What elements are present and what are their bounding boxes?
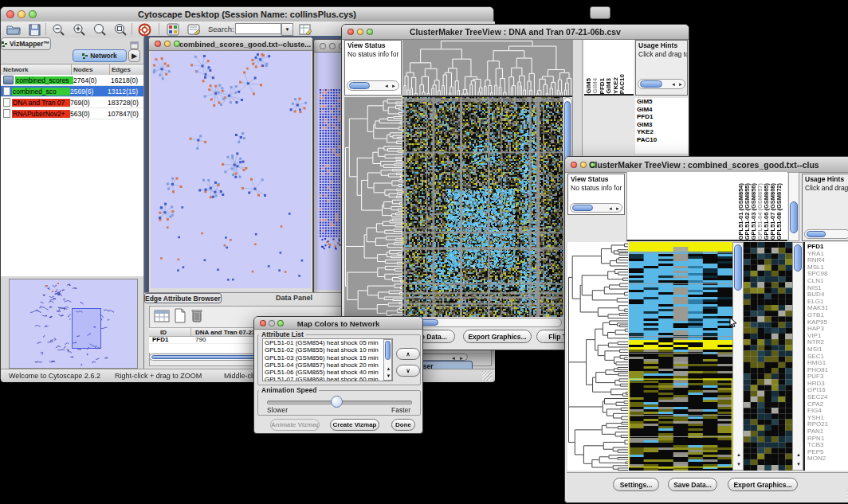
search-input[interactable] <box>235 23 281 34</box>
tv2-genes-vscrollbar[interactable]: ▲ ▼ <box>792 242 803 471</box>
tv2-status-hscrollbar[interactable]: ◄ ► <box>570 203 622 213</box>
tv2-hints-hscrollbar[interactable] <box>804 229 848 239</box>
scrollbar-thumb[interactable] <box>794 244 802 272</box>
tv2-heatmap-vscrollbar[interactable]: ▲ ▼ <box>732 242 744 471</box>
network-overview[interactable] <box>9 279 138 369</box>
scroll-down-icon[interactable]: ▼ <box>796 462 801 467</box>
scroll-right-icon[interactable]: ► <box>678 82 683 87</box>
attribute-item[interactable]: GPL51-06 (GSM865) heat shock 40 min <box>263 369 392 376</box>
tv1-bottom-hscrollbar[interactable] <box>402 318 562 327</box>
zoom-selected-icon[interactable] <box>90 22 109 37</box>
treeview2-titlebar[interactable]: ClusterMaker TreeView : combined_scores_… <box>565 157 848 173</box>
attribute-editor-icon[interactable] <box>296 22 315 37</box>
tab-overflow-button[interactable]: ▶ <box>128 49 140 62</box>
tv1-column-dendrogram[interactable] <box>402 40 572 97</box>
scrollbar-thumb[interactable] <box>572 205 593 211</box>
scrollbar-thumb[interactable] <box>807 231 826 237</box>
network-table-row[interactable]: RNAPuberNov2+ 563(0) 107847(0) <box>1 108 143 119</box>
column-label[interactable]: PAC10 <box>619 74 626 94</box>
row-label[interactable]: GIM5 <box>635 98 688 106</box>
network-canvas-1[interactable] <box>151 51 311 288</box>
scroll-right-icon[interactable]: ► <box>459 356 464 361</box>
zoom-in-icon[interactable] <box>69 22 88 37</box>
scroll-left-icon[interactable]: ◄ <box>608 206 613 211</box>
move-down-button[interactable]: ∨ <box>396 365 420 377</box>
attribute-item[interactable]: GPL51-01 (GSM854) heat shock 05 min <box>263 339 392 346</box>
minimize-icon[interactable] <box>580 162 587 168</box>
tv1-heatmap[interactable] <box>402 97 563 317</box>
row-label[interactable]: GIM4 <box>635 106 688 114</box>
scroll-down-icon[interactable]: ▼ <box>736 462 741 467</box>
map-colors-dialog[interactable]: Map Colors to Network Attribute List GPL… <box>253 316 423 434</box>
minimize-icon[interactable] <box>329 43 336 49</box>
scrollbar-thumb[interactable] <box>349 82 370 89</box>
close-icon[interactable] <box>320 43 326 49</box>
scrollbar-thumb[interactable] <box>640 80 662 88</box>
annotation-icon[interactable] <box>184 22 203 37</box>
scroll-up-icon[interactable]: ▲ <box>387 366 391 371</box>
network-table-row[interactable]: combined_sco 2569(6) 13112(15) <box>1 86 143 97</box>
row-label[interactable]: YKE2 <box>635 128 688 136</box>
scroll-down-icon[interactable]: ▼ <box>387 373 391 378</box>
trash-icon[interactable] <box>190 308 203 326</box>
control-panel-tab[interactable]: VizMapper™ <box>1 37 51 50</box>
attribute-item[interactable]: GPL51-07 (GSM868) heat shock 60 min <box>263 376 392 381</box>
tv1-hints-hscrollbar[interactable]: ◄ ► <box>638 79 685 89</box>
column-header-id[interactable]: ID <box>160 329 167 336</box>
dialog-titlebar[interactable]: Map Colors to Network <box>254 317 422 330</box>
row-label[interactable]: PAC10 <box>635 136 688 144</box>
close-icon[interactable] <box>571 162 577 168</box>
open-session-icon[interactable] <box>4 22 23 37</box>
minimize-icon[interactable] <box>164 41 171 47</box>
zoom-out-icon[interactable] <box>49 22 68 37</box>
scroll-right-icon[interactable]: ► <box>615 206 620 211</box>
dialog-button[interactable]: Done <box>391 419 415 431</box>
zoom-fit-icon[interactable] <box>111 22 130 37</box>
scrollbar-thumb[interactable] <box>385 341 391 360</box>
dialog-button[interactable]: Create Vizmap <box>330 419 379 431</box>
tv1-row-dendrogram[interactable] <box>344 97 402 317</box>
treeview-button[interactable]: Save Data... <box>668 478 717 491</box>
tv2-row-dendrogram[interactable] <box>567 242 628 471</box>
vizmapper-icon[interactable] <box>163 22 183 37</box>
tv2-labels-vscrollbar[interactable] <box>788 172 799 241</box>
close-icon[interactable] <box>155 41 161 47</box>
control-panel-tab[interactable]: Network <box>73 49 127 62</box>
table-icon[interactable] <box>154 309 170 326</box>
network-table-row[interactable]: combined_scores 2764(0) 16218(0) <box>1 75 143 86</box>
data-panel-tab[interactable]: Edge Attribute Browser <box>144 293 222 303</box>
attribute-item[interactable]: GPL51-02 (GSM855) heat shock 10 min <box>263 346 392 354</box>
dialog-button[interactable]: Animate Vizmap <box>270 419 320 431</box>
network-table-row[interactable]: DNA and Tran 07 769(0) 183728(0) <box>1 97 143 108</box>
scroll-left-icon[interactable]: ◄ <box>451 356 456 361</box>
animation-slider-thumb[interactable] <box>331 396 343 408</box>
row-label[interactable]: PFD1 <box>635 113 688 121</box>
treeview-button[interactable]: Export Graphics... <box>728 478 798 491</box>
save-session-icon[interactable] <box>25 22 44 37</box>
tv2-heatmap[interactable] <box>629 242 732 471</box>
scroll-up-icon[interactable]: ▲ <box>736 452 741 457</box>
main-titlebar[interactable]: Cytoscape Desktop (Session Name: collins… <box>1 7 493 22</box>
scrollbar-thumb[interactable] <box>734 244 742 291</box>
new-doc-icon[interactable] <box>174 308 186 326</box>
attribute-list-vscrollbar[interactable]: ▲ ▼ <box>383 339 392 381</box>
treeview1-titlebar[interactable]: ClusterMaker TreeView : DNA and Tran 07-… <box>342 25 689 40</box>
tv1-status-hscrollbar[interactable]: ◄ ► <box>347 80 399 91</box>
resize-grip[interactable] <box>482 371 492 381</box>
scroll-left-icon[interactable]: ◄ <box>671 82 676 87</box>
scroll-left-icon[interactable]: ◄ <box>384 84 389 88</box>
attribute-item[interactable]: GPL51-04 (GSM857) heat shock 20 min <box>263 361 392 369</box>
scroll-up-icon[interactable]: ▲ <box>796 452 801 457</box>
move-up-button[interactable]: ∧ <box>396 348 420 360</box>
tv2-zoom-heatmap[interactable] <box>744 242 792 471</box>
scrollbar-thumb[interactable] <box>790 201 798 233</box>
scroll-right-icon[interactable]: ► <box>391 84 396 88</box>
treeview-button[interactable]: Settings... <box>613 478 659 491</box>
column-label[interactable]: GPL51-08 (GSM872) <box>776 183 783 240</box>
scrollbar-thumb[interactable] <box>564 101 571 165</box>
row-label[interactable]: GIM3 <box>635 121 688 129</box>
treeview2-window[interactable]: ClusterMaker TreeView : combined_scores_… <box>564 156 848 503</box>
attribute-item[interactable]: GPL51-03 (GSM856) heat shock 15 min <box>263 354 392 361</box>
treeview-button[interactable]: Export Graphics... <box>463 330 532 343</box>
help-icon[interactable] <box>135 22 154 37</box>
